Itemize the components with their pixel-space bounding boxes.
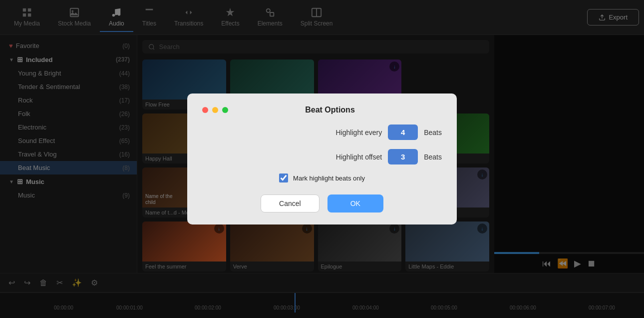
highlight-offset-unit: Beats	[424, 153, 442, 161]
modal-dot-yellow	[212, 107, 218, 113]
modal-title: Beat Options	[232, 106, 428, 114]
highlight-offset-label: Highlight offset	[202, 153, 382, 161]
modal-dot-red	[202, 107, 208, 113]
modal-dot-green	[222, 107, 228, 113]
highlight-every-input[interactable]	[388, 124, 418, 140]
highlight-offset-input[interactable]	[388, 149, 418, 164]
mark-highlight-checkbox[interactable]	[279, 174, 288, 182]
mark-highlight-label: Mark highlight beats only	[293, 174, 365, 182]
modal-buttons: Cancel OK	[202, 194, 442, 212]
modal-highlight-offset-row: Highlight offset Beats	[202, 149, 442, 164]
modal-checkbox-row: Mark highlight beats only	[202, 174, 442, 182]
modal-overlay: Beat Options Highlight every Beats Highl…	[0, 0, 644, 318]
modal: Beat Options Highlight every Beats Highl…	[187, 94, 457, 224]
highlight-every-label: Highlight every	[202, 128, 382, 136]
ok-button[interactable]: OK	[327, 194, 383, 212]
highlight-every-unit: Beats	[424, 128, 442, 136]
modal-titlebar: Beat Options	[202, 106, 442, 114]
modal-highlight-every-row: Highlight every Beats	[202, 124, 442, 140]
cancel-button[interactable]: Cancel	[261, 194, 320, 212]
